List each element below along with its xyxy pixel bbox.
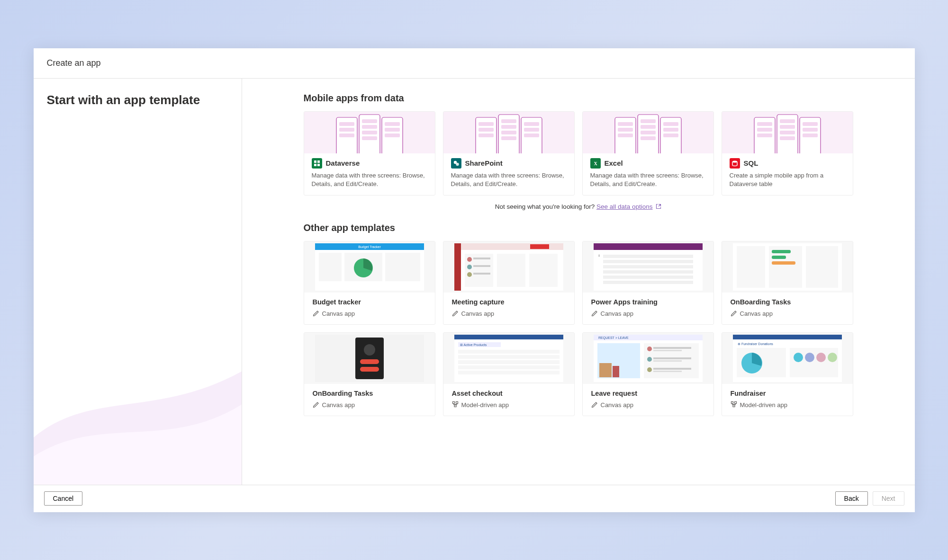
card-description: Manage data with three screens: Browse, … <box>451 171 567 188</box>
svg-rect-24 <box>501 125 516 129</box>
help-row: Not seeing what you're looking for? See … <box>304 196 853 222</box>
template-type-label: Canvas app <box>601 401 633 409</box>
svg-rect-102 <box>454 335 563 339</box>
svg-rect-75 <box>473 265 490 267</box>
sharepoint-icon <box>451 158 461 169</box>
section-title-data: Mobile apps from data <box>304 93 853 104</box>
card-title-row: SharePoint <box>451 158 567 169</box>
template-subtype: Canvas app <box>313 310 426 318</box>
card-description: Create a simple mobile app from a Datave… <box>730 171 845 188</box>
svg-point-135 <box>794 353 803 362</box>
template-card-power-apps-training-2[interactable]: ≡ Power Apps training Canvas app <box>582 241 714 325</box>
svg-point-137 <box>816 353 826 362</box>
svg-rect-90 <box>737 246 765 288</box>
template-title: Fundraiser <box>731 390 844 397</box>
template-type-label: Canvas app <box>740 310 773 317</box>
template-card-budget-tracker-0[interactable]: Budget Tracker Budget tracker Canvas app <box>304 241 435 325</box>
svg-point-138 <box>828 353 837 362</box>
svg-rect-62 <box>319 253 342 281</box>
data-card-sql[interactable]: SQL Create a simple mobile app from a Da… <box>722 111 853 196</box>
svg-rect-58 <box>803 133 818 137</box>
next-button[interactable]: Next <box>873 491 904 506</box>
template-title: Meeting capture <box>452 298 566 306</box>
svg-rect-56 <box>803 122 818 126</box>
template-card-onboarding-tasks-3[interactable]: OnBoarding Tasks Canvas app <box>722 241 853 325</box>
svg-rect-73 <box>473 258 490 259</box>
svg-text:⊕ Fundraiser Donations: ⊕ Fundraiser Donations <box>738 342 773 346</box>
svg-rect-85 <box>603 265 693 268</box>
svg-rect-26 <box>501 136 516 140</box>
svg-rect-99 <box>360 359 379 364</box>
svg-text:⊞ Active Products: ⊞ Active Products <box>460 343 487 347</box>
template-subtype: Canvas app <box>731 310 844 318</box>
template-body: Power Apps training Canvas app <box>583 293 713 324</box>
svg-rect-42 <box>663 122 678 126</box>
template-title: Power Apps training <box>591 298 705 306</box>
data-card-dataverse[interactable]: Dataverse Manage data with three screens… <box>304 111 435 196</box>
excel-icon: X <box>590 158 601 169</box>
external-link-icon <box>656 204 661 209</box>
sql-icon <box>730 158 740 169</box>
template-type-label: Canvas app <box>322 401 355 409</box>
model-driven-icon <box>731 401 737 409</box>
svg-point-136 <box>805 353 814 362</box>
back-button[interactable]: Back <box>835 491 868 506</box>
card-body: SharePoint Manage data with three screen… <box>443 153 574 195</box>
template-thumb: REQUEST > LEAVE <box>583 333 713 384</box>
template-title: OnBoarding Tasks <box>313 390 426 397</box>
svg-rect-35 <box>618 122 633 126</box>
template-thumb <box>722 241 853 293</box>
card-title: Dataverse <box>326 159 360 167</box>
dialog-body: Start with an app template Mobile apps f… <box>34 79 915 485</box>
card-title: SharePoint <box>465 159 503 167</box>
svg-rect-77 <box>473 273 490 275</box>
svg-point-120 <box>647 347 652 351</box>
card-title-row: Dataverse <box>312 158 427 169</box>
template-title: OnBoarding Tasks <box>731 298 844 306</box>
card-description: Manage data with three screens: Browse, … <box>590 171 706 188</box>
template-type-label: Model-driven app <box>461 401 509 409</box>
data-card-sharepoint[interactable]: SharePoint Manage data with three screen… <box>443 111 575 196</box>
template-thumb <box>443 241 574 293</box>
template-type-label: Model-driven app <box>740 401 787 409</box>
template-thumb: ≡ <box>583 241 713 293</box>
svg-rect-117 <box>599 363 612 377</box>
template-title: Leave request <box>591 390 705 397</box>
template-body: Fundraiser Model-driven app <box>722 384 853 416</box>
svg-rect-87 <box>603 276 693 279</box>
svg-point-123 <box>647 357 652 362</box>
svg-rect-6 <box>362 119 377 123</box>
see-all-data-link[interactable]: See all data options <box>596 203 653 210</box>
template-subtype: Canvas app <box>591 401 705 409</box>
canvas-app-icon <box>591 310 598 318</box>
canvas-app-icon <box>591 401 598 409</box>
svg-rect-79 <box>529 254 558 287</box>
cancel-button[interactable]: Cancel <box>44 491 83 506</box>
dataverse-icon <box>312 158 322 169</box>
svg-rect-27 <box>524 122 539 126</box>
svg-rect-105 <box>458 350 560 354</box>
svg-rect-86 <box>603 270 693 274</box>
help-text: Not seeing what you're looking for? <box>495 203 596 210</box>
template-card-meeting-capture-1[interactable]: Meeting capture Canvas app <box>443 241 575 325</box>
svg-rect-106 <box>458 355 560 359</box>
template-body: OnBoarding Tasks Canvas app <box>722 293 853 324</box>
svg-point-59 <box>732 160 737 162</box>
svg-rect-8 <box>362 131 377 134</box>
svg-rect-12 <box>385 133 400 137</box>
template-card-onboarding-tasks-4[interactable]: OnBoarding Tasks Canvas app <box>304 332 435 416</box>
svg-rect-109 <box>458 371 560 374</box>
svg-rect-107 <box>458 360 560 364</box>
card-title-row: SQL <box>730 158 845 169</box>
canvas-app-icon <box>731 310 737 318</box>
card-thumb <box>722 112 853 153</box>
svg-rect-53 <box>780 125 795 129</box>
template-card-fundraiser-7[interactable]: ⊕ Fundraiser Donations Fundraiser Model-… <box>722 332 853 416</box>
data-card-excel[interactable]: X Excel Manage data with three screens: … <box>582 111 714 196</box>
template-card-leave-request-6[interactable]: REQUEST > LEAVE Leave request Canvas app <box>582 332 714 416</box>
svg-rect-83 <box>603 255 693 258</box>
card-description: Manage data with three screens: Browse, … <box>312 171 427 188</box>
svg-rect-54 <box>780 131 795 134</box>
template-card-asset-checkout-5[interactable]: ⊞ Active Products Asset checkout Model-d… <box>443 332 575 416</box>
svg-rect-94 <box>772 261 795 265</box>
